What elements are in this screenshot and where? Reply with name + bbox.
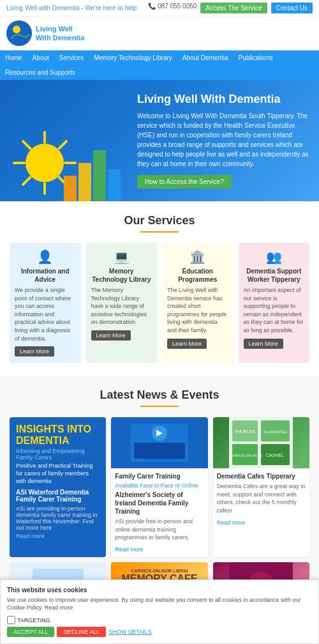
insights-desc: Positive and Practical Training for care… bbox=[16, 463, 100, 485]
services-title: Our Services bbox=[10, 214, 309, 227]
insights-readmore[interactable]: Read more bbox=[16, 533, 45, 539]
cafes-img-bg: THURLES GLENGOOLE CARRICK-ON-SUIR CASHEL bbox=[213, 417, 309, 468]
nav-about[interactable]: About bbox=[27, 50, 54, 65]
learn-more-info[interactable]: Learn More bbox=[15, 346, 54, 356]
cafes-image: THURLES GLENGOOLE CARRICK-ON-SUIR CASHEL bbox=[213, 417, 309, 468]
logo-text: Living Well With Dementia bbox=[36, 24, 84, 43]
insights-title: INSIGHTS INTO DEMENTIA bbox=[16, 424, 100, 446]
news-card-cafes: THURLES GLENGOOLE CARRICK-ON-SUIR CASHEL… bbox=[213, 417, 309, 557]
top-bar-actions: 📞 087 055 0050 Access The Service Contac… bbox=[148, 3, 313, 13]
svg-text:CARRICK-ON-SUIR: CARRICK-ON-SUIR bbox=[229, 454, 263, 457]
svg-point-1 bbox=[13, 26, 20, 33]
nav-services[interactable]: Services bbox=[54, 50, 89, 65]
training-org-title: Alzheimer's Society of Ireland Dementia … bbox=[115, 491, 204, 516]
insights-content: INSIGHTS INTO DEMENTIA Informing and Emp… bbox=[10, 417, 106, 546]
svg-text:THURLES: THURLES bbox=[235, 429, 256, 434]
news-title: Latest News & Events bbox=[10, 388, 309, 402]
logo-area[interactable]: Living Well With Dementia bbox=[6, 20, 84, 46]
hero-desc: Welcome to Living Well With Dementia Sou… bbox=[137, 111, 309, 169]
svg-rect-8 bbox=[13, 162, 26, 164]
site-header: Living Well With Dementia bbox=[0, 17, 319, 50]
service-title-memory: Memory Technology Library bbox=[91, 267, 152, 284]
info-icon: 👤 bbox=[15, 249, 76, 264]
service-desc-support: An important aspect of our service is su… bbox=[244, 286, 305, 335]
nav-home[interactable]: Home bbox=[0, 50, 27, 65]
svg-rect-13 bbox=[134, 443, 185, 459]
service-title-info: Information and Advice bbox=[15, 267, 76, 284]
memory-icon: 💻 bbox=[91, 249, 152, 264]
hero-access-button[interactable]: How to Access the Service? bbox=[137, 175, 232, 188]
access-service-button[interactable]: Access The Service bbox=[200, 3, 267, 13]
targeting-checkbox[interactable] bbox=[7, 616, 15, 624]
service-desc-info: We provide a single point of contact whe… bbox=[15, 286, 76, 342]
education-icon: 🏛️ bbox=[167, 249, 228, 264]
hero-content: Living Well With Dementia Welcome to Liv… bbox=[128, 80, 319, 201]
cookie-banner: This website uses cookies We use cookies… bbox=[0, 579, 319, 644]
learn-more-support[interactable]: Learn More bbox=[244, 339, 283, 349]
svg-rect-2 bbox=[43, 131, 46, 144]
cookie-details-button[interactable]: SHOW DETAILS bbox=[108, 627, 151, 637]
hero-title: Living Well With Dementia bbox=[137, 93, 309, 106]
news-card-training: Family Carer Training Available Face to … bbox=[111, 417, 207, 557]
top-bar: Living Well with Dementia - We're here t… bbox=[0, 0, 319, 17]
cafes-title: Dementia Cafes Tipperary bbox=[217, 472, 306, 480]
svg-text:GLENGOOLE: GLENGOOLE bbox=[263, 430, 287, 434]
svg-text:CASHEL: CASHEL bbox=[266, 453, 284, 457]
svg-point-10 bbox=[26, 144, 64, 182]
service-card-info: 👤 Information and Advice We provide a si… bbox=[10, 243, 81, 363]
learn-more-memory[interactable]: Learn More bbox=[91, 330, 131, 341]
nav-resources[interactable]: Resources and Supports bbox=[0, 65, 80, 80]
svg-rect-3 bbox=[57, 139, 68, 150]
nav-about-dementia[interactable]: About Dementia bbox=[177, 50, 234, 65]
nav-memory-library[interactable]: Memory Technology Library bbox=[89, 50, 177, 65]
cookie-title: This website uses cookies bbox=[7, 586, 312, 594]
svg-rect-7 bbox=[21, 176, 32, 187]
insights-body: ASi are providing in-person dementia fam… bbox=[16, 505, 100, 531]
training-img-bg bbox=[111, 417, 207, 468]
service-title-support: Dementia Support Worker Tipperary bbox=[244, 267, 305, 284]
hero-chart bbox=[64, 150, 121, 201]
training-subtitle: Available Face to Face or Online bbox=[115, 482, 204, 489]
service-title-education: Education Programmes bbox=[167, 267, 228, 284]
insights-subtitle: Informing and Empowering Family Carers bbox=[16, 448, 100, 461]
news-divider bbox=[140, 406, 179, 407]
logo-image bbox=[6, 20, 32, 46]
learn-more-education[interactable]: Learn More bbox=[167, 339, 207, 349]
nav-publications[interactable]: Publications bbox=[234, 50, 278, 65]
news-card-insights: INSIGHTS INTO DEMENTIA Informing and Emp… bbox=[10, 417, 106, 557]
services-divider bbox=[140, 231, 179, 233]
cookie-decline-button[interactable]: DECLINE ALL bbox=[57, 627, 106, 637]
service-desc-memory: The Memory Technology Library have a wid… bbox=[91, 286, 152, 326]
support-icon: 👥 bbox=[244, 249, 305, 264]
targeting-option[interactable]: TARGETING bbox=[7, 616, 50, 624]
training-readmore[interactable]: Read more bbox=[115, 546, 144, 553]
svg-point-0 bbox=[6, 20, 32, 46]
training-image bbox=[111, 417, 207, 468]
service-card-support: 👥 Dementia Support Worker Tipperary An i… bbox=[239, 243, 310, 363]
service-desc-education: The Living Well with Dementia service ha… bbox=[167, 286, 228, 335]
svg-rect-9 bbox=[21, 139, 32, 150]
cookie-accept-button[interactable]: ACCEPT ALL bbox=[7, 627, 54, 637]
main-nav: Home About Services Memory Technology Li… bbox=[0, 50, 319, 80]
cafes-desc: Dementia Cafes are a great way to meet, … bbox=[217, 482, 306, 514]
cookie-text: We use cookies to improve user experienc… bbox=[7, 596, 312, 612]
hero-section: Living Well With Dementia Welcome to Liv… bbox=[0, 80, 319, 201]
services-grid: 👤 Information and Advice We provide a si… bbox=[10, 243, 309, 363]
cookie-buttons: ACCEPT ALL DECLINE ALL SHOW DETAILS bbox=[7, 627, 312, 637]
top-bar-text: Living Well with Dementia - We're here t… bbox=[6, 4, 137, 12]
cafes-readmore[interactable]: Read more bbox=[217, 519, 246, 526]
training-title: Family Carer Training bbox=[115, 472, 204, 480]
service-card-memory: 💻 Memory Technology Library The Memory T… bbox=[86, 243, 158, 363]
svg-rect-6 bbox=[43, 182, 46, 195]
cookie-options: TARGETING bbox=[7, 616, 312, 624]
training-desc: ASi provide free in-person and online de… bbox=[115, 518, 204, 542]
cafes-body: Dementia Cafes Tipperary Dementia Cafes … bbox=[213, 468, 309, 530]
services-section: Our Services 👤 Information and Advice We… bbox=[0, 201, 319, 376]
contact-button[interactable]: Contact Us bbox=[271, 3, 313, 13]
training-body: Family Carer Training Available Face to … bbox=[111, 468, 207, 557]
phone-text: 📞 087 055 0050 bbox=[148, 3, 197, 13]
service-card-education: 🏛️ Education Programmes The Living Well … bbox=[162, 243, 234, 363]
insights-extra: ASI Waterford Dementia Family Carer Trai… bbox=[16, 489, 100, 503]
